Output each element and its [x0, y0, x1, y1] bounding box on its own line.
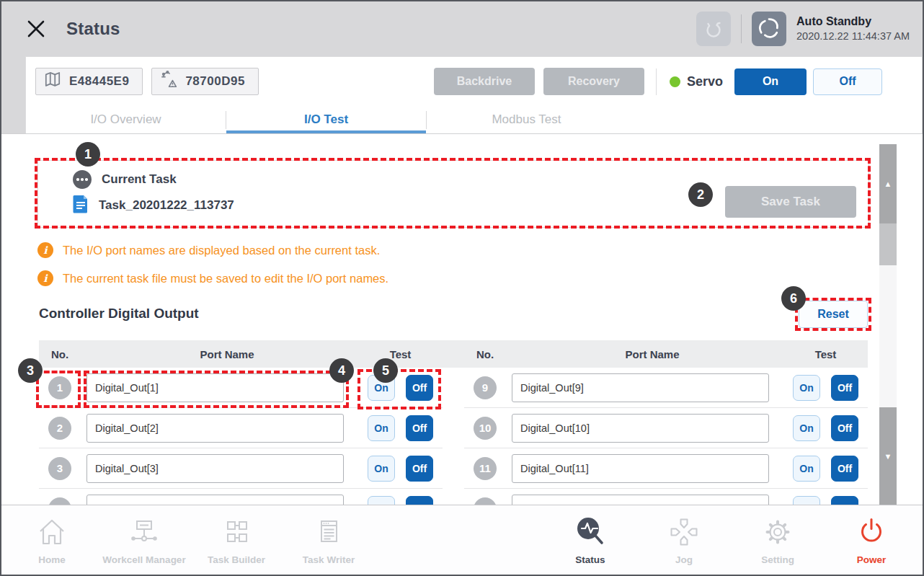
port-off-button[interactable]: Off [406, 456, 433, 482]
table-header: No. Port Name Test No. Port Name Test [39, 340, 868, 368]
robot-id-value: 78700D95 [185, 74, 244, 89]
port-name-input[interactable] [512, 454, 769, 483]
port-on-button[interactable]: On [368, 496, 395, 505]
port-on-button[interactable]: On [793, 415, 820, 441]
robot-warning-icon [159, 71, 178, 92]
port-on-button[interactable]: On [368, 415, 395, 441]
status-screen: Status [0, 0, 924, 576]
col-test: Test [793, 348, 858, 360]
col-port-name: Port Name [86, 348, 368, 360]
section-title: Controller Digital Output [39, 306, 199, 322]
scroll-down-button[interactable]: ▼ [879, 407, 897, 505]
current-task-name: Task_20201222_113737 [99, 198, 234, 213]
page-title: Status [66, 19, 120, 39]
port-name-input[interactable] [86, 373, 344, 402]
io-row: 1OnOff [39, 368, 443, 408]
scrollbar-thumb[interactable] [879, 223, 897, 265]
io-row: 11OnOff [464, 448, 868, 489]
notice-text: The current task file must be saved to e… [63, 272, 388, 285]
port-number-badge [474, 497, 497, 505]
port-number-badge: 10 [474, 417, 497, 440]
nav-task-writer[interactable]: Task Writer [285, 515, 372, 565]
nav-label: Status [575, 554, 605, 565]
servo-on-button[interactable]: On [734, 68, 807, 95]
table-right-column: 9OnOff10OnOff11OnOffOnOff [464, 368, 868, 505]
home-icon [35, 515, 69, 551]
port-off-button[interactable]: Off [831, 415, 858, 441]
timestamp: 2020.12.22 11:44:37 AM [796, 30, 910, 44]
ellipsis-icon [73, 170, 92, 189]
port-off-button[interactable]: Off [406, 375, 433, 401]
port-name-input[interactable] [86, 454, 344, 483]
servo-off-button[interactable]: Off [813, 68, 882, 95]
recovery-button[interactable]: Recovery [543, 68, 644, 95]
scrollbar-track[interactable] [879, 265, 897, 407]
nav-jog[interactable]: Jog [641, 515, 727, 565]
auto-standby-button[interactable] [752, 12, 786, 46]
port-off-button[interactable]: Off [406, 415, 433, 441]
scrollbar[interactable]: ▲ ▼ [879, 144, 897, 505]
gear-icon [760, 515, 795, 551]
nav-label: Workcell Manager [102, 554, 185, 565]
port-name-input[interactable] [512, 495, 769, 505]
workcell-manager-icon [127, 515, 161, 551]
nav-status[interactable]: Status [547, 515, 634, 565]
port-off-button[interactable]: Off [831, 456, 858, 482]
port-on-button[interactable]: On [793, 496, 820, 505]
port-name-input[interactable] [512, 373, 769, 402]
current-task-label: Current Task [102, 172, 177, 187]
port-on-button[interactable]: On [793, 375, 820, 401]
port-off-button[interactable]: Off [831, 375, 858, 401]
port-off-button[interactable]: Off [831, 496, 858, 505]
gripper-tool-button[interactable] [696, 12, 731, 46]
tab-modbus-test[interactable]: Modbus Test [427, 107, 626, 133]
col-port-name: Port Name [512, 348, 793, 360]
nav-power[interactable]: Power [828, 515, 915, 565]
reset-button[interactable]: Reset [799, 301, 868, 328]
servo-status-dot [670, 76, 680, 87]
nav-label: Jog [675, 554, 693, 565]
port-off-button[interactable]: Off [406, 496, 433, 505]
col-no: No. [474, 348, 497, 360]
nav-workcell-manager[interactable]: Workcell Manager [101, 515, 187, 565]
task-writer-icon [311, 515, 346, 551]
map-icon [43, 71, 62, 92]
task-builder-icon [219, 515, 254, 551]
port-number-badge: 2 [48, 417, 71, 440]
tab-io-overview[interactable]: I/O Overview [26, 107, 226, 133]
port-on-button[interactable]: On [368, 375, 395, 401]
io-row: 3OnOff [39, 448, 443, 489]
port-on-button[interactable]: On [368, 456, 395, 482]
top-bar: Status [1, 1, 923, 56]
status-pulse-icon [573, 515, 608, 551]
info-icon: i [37, 242, 53, 258]
col-no: No. [48, 348, 71, 360]
power-icon [854, 515, 889, 551]
io-row: 9OnOff [464, 368, 868, 408]
toolbar: E48445E9 78700D95 Backd [26, 57, 922, 107]
nav-task-builder[interactable]: Task Builder [193, 515, 280, 565]
bottom-nav: Home Workcell Manager [1, 505, 923, 575]
io-row: OnOff [464, 489, 868, 505]
notice-row: i The I/O port names are displayed based… [37, 242, 380, 258]
port-name-input[interactable] [86, 495, 344, 505]
port-number-badge: 9 [474, 376, 497, 399]
port-on-button[interactable]: On [793, 456, 820, 482]
servo-label: Servo [687, 74, 723, 89]
save-task-button[interactable]: Save Task [725, 186, 856, 218]
robot-id-badge[interactable]: 78700D95 [151, 68, 258, 95]
backdrive-button[interactable]: Backdrive [434, 68, 535, 95]
io-test-content: Current Task Task_20201222_113737 Save T… [1, 134, 923, 505]
tab-io-test[interactable]: I/O Test [226, 107, 426, 133]
nav-home[interactable]: Home [9, 515, 95, 565]
task-file-icon [73, 195, 89, 216]
scroll-up-button[interactable]: ▲ [879, 144, 897, 223]
nav-label: Power [857, 554, 887, 565]
nav-setting[interactable]: Setting [734, 515, 821, 565]
port-name-input[interactable] [86, 414, 344, 443]
close-icon[interactable] [23, 16, 49, 42]
port-name-input[interactable] [512, 414, 769, 443]
workcell-id-badge[interactable]: E48445E9 [35, 68, 143, 95]
notice-row: i The current task file must be saved to… [37, 270, 388, 286]
nav-label: Setting [761, 554, 794, 565]
